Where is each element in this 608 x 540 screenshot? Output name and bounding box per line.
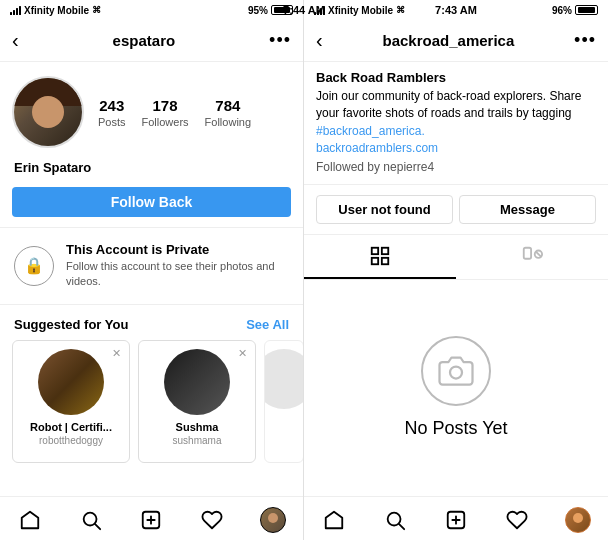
tab-tag[interactable] — [456, 235, 608, 279]
right-more-button[interactable]: ••• — [574, 30, 596, 51]
right-username: backroad_america — [383, 32, 515, 49]
lock-icon: 🔒 — [14, 246, 54, 286]
right-tab-bar — [304, 235, 608, 280]
camera-icon — [421, 336, 491, 406]
right-bottom-nav — [304, 496, 608, 540]
left-stats: 243 Posts 178 Followers 784 Following — [98, 97, 291, 128]
left-status-left: Xfinity Mobile ⌘ — [10, 5, 101, 16]
left-posts-label: Posts — [98, 116, 126, 128]
svg-rect-8 — [382, 257, 388, 263]
suggested-card-2-avatar — [264, 349, 303, 409]
user-not-found-button[interactable]: User not found — [316, 195, 453, 224]
right-no-posts: No Posts Yet — [304, 280, 608, 496]
left-top-nav: ‹ espataro ••• — [0, 20, 303, 62]
right-back-button[interactable]: ‹ — [316, 29, 323, 52]
suggested-card-1-handle: sushmama — [173, 435, 222, 446]
svg-rect-9 — [524, 247, 531, 258]
left-status-right: 95% — [248, 5, 293, 16]
suggested-card-1-name: Sushma — [176, 421, 219, 433]
right-top-nav: ‹ backroad_america ••• — [304, 20, 608, 62]
left-stat-posts: 243 Posts — [98, 97, 126, 128]
left-following-count: 784 — [215, 97, 240, 114]
left-private-title: This Account is Private — [66, 242, 289, 257]
right-search-icon[interactable] — [375, 505, 415, 535]
left-stat-followers: 178 Followers — [142, 97, 189, 128]
left-suggested-cards: ✕ Robot | Certifi... robotthedoggy ✕ Sus… — [0, 340, 303, 463]
left-battery-icon — [271, 5, 293, 15]
suggested-card-0-name: Robot | Certifi... — [30, 421, 112, 433]
left-back-button[interactable]: ‹ — [12, 29, 19, 52]
suggested-card-0-handle: robotthedoggy — [39, 435, 103, 446]
left-followers-label: Followers — [142, 116, 189, 128]
right-status-bar: Xfinity Mobile ⌘ 7:43 AM 96% — [304, 0, 608, 20]
left-status-bar: Xfinity Mobile ⌘ 7:44 AM 95% — [0, 0, 303, 20]
left-see-all-button[interactable]: See All — [246, 317, 289, 332]
svg-rect-5 — [372, 247, 378, 253]
right-battery-pct: 96% — [552, 5, 572, 16]
left-panel: Xfinity Mobile ⌘ 7:44 AM 95% ‹ espataro … — [0, 0, 304, 540]
right-wifi-icon: ⌘ — [396, 5, 405, 15]
left-search-icon[interactable] — [71, 505, 111, 535]
left-private-text: This Account is Private Follow this acco… — [66, 242, 289, 290]
left-stat-following: 784 Following — [205, 97, 251, 128]
right-bio-text: Join our community of back-road explorer… — [316, 89, 581, 120]
left-profile-icon[interactable] — [253, 505, 293, 535]
right-bio-hashtag[interactable]: #backroad_america. — [316, 124, 425, 138]
left-battery-pct: 95% — [248, 5, 268, 16]
right-battery-icon — [575, 5, 598, 15]
left-signal-icon — [10, 5, 21, 15]
left-following-label: Following — [205, 116, 251, 128]
right-status-right: 96% — [552, 5, 598, 16]
left-suggested-title: Suggested for You — [14, 317, 128, 332]
right-time: 7:43 AM — [435, 4, 477, 16]
left-more-button[interactable]: ••• — [269, 30, 291, 51]
right-bio-link[interactable]: backroadramblers.com — [316, 141, 438, 155]
left-bottom-nav — [0, 496, 303, 540]
left-username: espataro — [113, 32, 176, 49]
left-profile-name: Erin Spataro — [0, 158, 303, 183]
suggested-card-1: ✕ Sushma sushmama — [138, 340, 256, 463]
svg-line-1 — [95, 524, 100, 529]
svg-line-14 — [399, 524, 404, 529]
left-profile-section: 243 Posts 178 Followers 784 Following — [0, 62, 303, 158]
suggested-card-1-close[interactable]: ✕ — [238, 347, 247, 360]
left-wifi-icon: ⌘ — [92, 5, 101, 15]
right-add-icon[interactable] — [436, 505, 476, 535]
left-posts-count: 243 — [99, 97, 124, 114]
right-profile-icon[interactable] — [558, 505, 598, 535]
suggested-card-0-avatar — [38, 349, 104, 415]
right-status-left: Xfinity Mobile ⌘ — [314, 5, 405, 16]
suggested-card-0: ✕ Robot | Certifi... robotthedoggy — [12, 340, 130, 463]
left-avatar — [12, 76, 84, 148]
tab-grid[interactable] — [304, 235, 456, 279]
follow-back-button[interactable]: Follow Back — [12, 187, 291, 217]
right-no-posts-text: No Posts Yet — [404, 418, 507, 439]
svg-rect-7 — [372, 257, 378, 263]
left-add-icon[interactable] — [131, 505, 171, 535]
right-bio: Back Road Ramblers Join our community of… — [304, 62, 608, 185]
svg-line-11 — [536, 251, 541, 256]
right-bio-followed: Followed by nepierre4 — [316, 160, 596, 174]
left-private-section: 🔒 This Account is Private Follow this ac… — [0, 227, 303, 305]
svg-point-12 — [450, 367, 462, 379]
right-bio-name: Back Road Ramblers — [316, 70, 596, 85]
suggested-card-2 — [264, 340, 303, 463]
right-home-icon[interactable] — [314, 505, 354, 535]
right-heart-icon[interactable] — [497, 505, 537, 535]
left-followers-count: 178 — [153, 97, 178, 114]
message-button[interactable]: Message — [459, 195, 596, 224]
left-carrier: Xfinity Mobile — [24, 5, 89, 16]
right-panel: Xfinity Mobile ⌘ 7:43 AM 96% ‹ backroad_… — [304, 0, 608, 540]
right-action-buttons: User not found Message — [304, 185, 608, 235]
right-carrier: Xfinity Mobile — [328, 5, 393, 16]
right-bio-body: Join our community of back-road explorer… — [316, 88, 596, 158]
suggested-card-1-avatar — [164, 349, 230, 415]
left-suggested-header: Suggested for You See All — [0, 305, 303, 340]
left-private-desc: Follow this account to see their photos … — [66, 259, 289, 290]
suggested-card-0-close[interactable]: ✕ — [112, 347, 121, 360]
left-heart-icon[interactable] — [192, 505, 232, 535]
left-home-icon[interactable] — [10, 505, 50, 535]
svg-rect-6 — [382, 247, 388, 253]
